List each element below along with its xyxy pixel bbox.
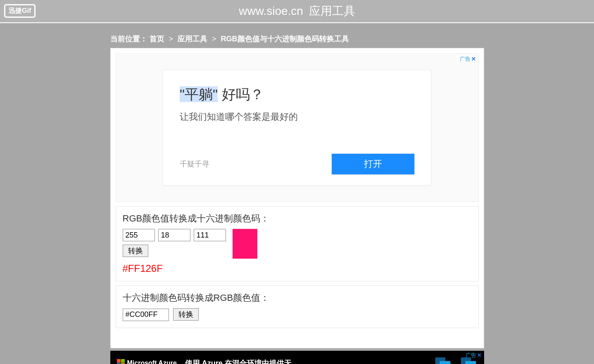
ad-headline-rest: 好吗？ <box>218 86 264 102</box>
rgb-r-input[interactable] <box>123 229 155 241</box>
ad-tag-label: 广告 <box>460 56 470 62</box>
header-label: 应用工具 <box>309 5 355 17</box>
hex-input[interactable] <box>123 309 169 321</box>
breadcrumb-wrap: 当前位置： 首页 > 应用工具 > RGB颜色值与十六进制颜色码转换工具 <box>110 31 484 48</box>
svg-rect-3 <box>465 361 476 364</box>
color-swatch <box>233 229 257 259</box>
ad-block-top: 广告✕ "平躺" 好吗？ 让我们知道哪个答案是最好的 千疑千寻 打开 <box>116 53 479 202</box>
ad-headline-highlight: "平躺" <box>180 86 218 102</box>
hex-result: #FF126F <box>123 263 472 274</box>
ad-headline: "平躺" 好吗？ <box>180 85 414 104</box>
header-domain: www.sioe.cn <box>239 5 303 17</box>
ad-tag: 广告✕ <box>460 55 476 63</box>
rgb-convert-button[interactable]: 转换 <box>123 245 148 257</box>
close-icon[interactable]: ✕ <box>471 56 476 62</box>
breadcrumb-current: RGB颜色值与十六进制颜色码转换工具 <box>221 35 349 43</box>
header-bar: 迅捷Gif www.sioe.cn 应用工具 <box>0 0 594 23</box>
header-logo[interactable]: 迅捷Gif <box>4 4 36 18</box>
hex-to-rgb-section: 十六进制颜色码转换成RGB颜色值： 转换 <box>116 285 479 328</box>
svg-rect-1 <box>440 361 450 364</box>
cloud-icon <box>435 356 452 364</box>
spacer <box>0 23 594 31</box>
ad-tag-label: 广告 <box>466 352 476 358</box>
hex-to-rgb-label: 十六进制颜色码转换成RGB颜色值： <box>123 292 472 304</box>
microsoft-icon <box>117 359 125 364</box>
header-title: www.sioe.cn 应用工具 <box>239 3 355 19</box>
breadcrumb-sep: > <box>212 35 216 43</box>
breadcrumb-home[interactable]: 首页 <box>150 35 164 43</box>
ad-source: 千疑千寻 <box>180 159 209 169</box>
ad-tag: 广告✕ <box>466 352 482 359</box>
footer-ad-text: 使用 Azure 在混合环境中提供无 <box>185 358 426 364</box>
breadcrumb: 当前位置： 首页 > 应用工具 > RGB颜色值与十六进制颜色码转换工具 <box>110 34 484 44</box>
azure-logo: Microsoft Azure <box>117 359 177 364</box>
rgb-g-input[interactable] <box>158 229 190 241</box>
breadcrumb-prefix: 当前位置： <box>110 35 147 43</box>
close-icon[interactable]: ✕ <box>477 352 482 358</box>
bottom-gap <box>116 328 479 343</box>
ad-subtitle: 让我们知道哪个答案是最好的 <box>180 111 414 123</box>
hex-convert-button[interactable]: 转换 <box>173 308 199 321</box>
ad-card[interactable]: "平躺" 好吗？ 让我们知道哪个答案是最好的 千疑千寻 打开 <box>163 70 431 186</box>
main-panel: 广告✕ "平躺" 好吗？ 让我们知道哪个答案是最好的 千疑千寻 打开 RGB颜色… <box>110 48 484 348</box>
azure-brand: Microsoft Azure <box>127 359 177 364</box>
footer-ad[interactable]: 广告✕ Microsoft Azure 使用 Azure 在混合环境中提供无 <box>110 351 484 364</box>
ad-bottom: 千疑千寻 打开 <box>180 154 414 174</box>
rgb-to-hex-label: RGB颜色值转换成十六进制颜色码： <box>123 212 472 225</box>
swatch-wrap <box>233 229 257 259</box>
ad-open-button[interactable]: 打开 <box>332 154 414 174</box>
rgb-to-hex-section: RGB颜色值转换成十六进制颜色码： 转换 #FF126F <box>116 206 479 281</box>
breadcrumb-tools[interactable]: 应用工具 <box>178 35 207 43</box>
rgb-b-input[interactable] <box>194 229 226 241</box>
breadcrumb-sep: > <box>169 35 173 43</box>
